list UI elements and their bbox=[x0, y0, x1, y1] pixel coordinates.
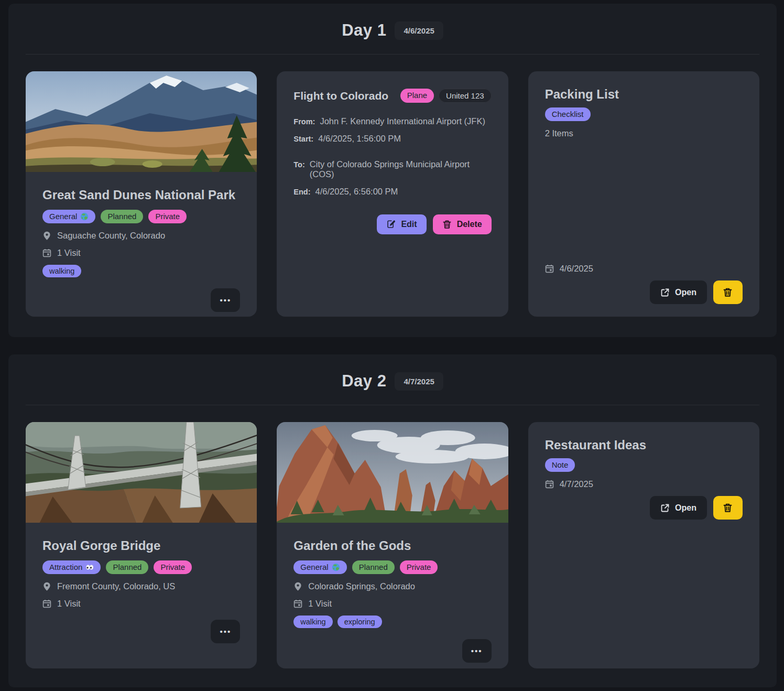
flight-number-badge: United 123 bbox=[439, 89, 492, 103]
visibility-badge: Private bbox=[400, 560, 438, 575]
ellipsis-menu-button[interactable]: ••• bbox=[462, 639, 492, 663]
external-link-icon bbox=[660, 503, 670, 513]
day-1-header: Day 1 4/6/2025 bbox=[26, 4, 759, 40]
open-note-button[interactable]: Open bbox=[650, 496, 707, 520]
day-1-section: Day 1 4/6/2025 bbox=[8, 4, 777, 337]
delete-note-button[interactable] bbox=[713, 496, 743, 520]
edit-icon bbox=[386, 220, 396, 229]
place-card-garden-of-the-gods: Garden of the Gods General Planned Priva… bbox=[277, 422, 508, 668]
checklist-card-packing-list: Packing List Checklist 2 Items 4/6/2025 … bbox=[528, 71, 759, 317]
place-photo-garden bbox=[277, 422, 508, 523]
open-checklist-button[interactable]: Open bbox=[650, 280, 707, 304]
ellipsis-menu-button[interactable]: ••• bbox=[211, 288, 240, 312]
place-title: Garden of the Gods bbox=[293, 538, 411, 553]
place-card-royal-gorge-bridge: Royal Gorge Bridge Attraction Planned Pr… bbox=[26, 422, 257, 668]
end-label: End: bbox=[293, 188, 310, 196]
globe-icon bbox=[80, 212, 89, 221]
ellipsis-menu-button[interactable]: ••• bbox=[211, 620, 240, 643]
day-2-cards-row: Royal Gorge Bridge Attraction Planned Pr… bbox=[26, 422, 759, 668]
transport-type-badge: Plane bbox=[400, 89, 434, 103]
eyes-icon bbox=[85, 563, 94, 571]
note-title: Restaurant Ideas bbox=[545, 438, 646, 452]
note-date: 4/7/2025 bbox=[560, 479, 593, 489]
place-photo-bridge bbox=[26, 422, 257, 523]
visit-count: 1 Visit bbox=[308, 599, 332, 609]
day-title: Day 2 bbox=[342, 372, 386, 391]
day-date-badge: 4/6/2025 bbox=[395, 21, 443, 40]
day-date-badge: 4/7/2025 bbox=[395, 372, 443, 391]
edit-button-label: Edit bbox=[401, 220, 417, 229]
category-badge: General bbox=[293, 560, 346, 575]
category-badge-label: General bbox=[300, 563, 328, 573]
trash-icon bbox=[723, 287, 733, 297]
start-value: 4/6/2025, 1:56:00 PM bbox=[318, 134, 401, 144]
note-card-restaurant-ideas: Restaurant Ideas Note 4/7/2025 Open bbox=[528, 422, 759, 668]
status-badge: Planned bbox=[106, 560, 148, 575]
checklist-title: Packing List bbox=[545, 87, 619, 102]
delete-button[interactable]: Delete bbox=[433, 214, 492, 234]
place-card-great-sand-dunes: Great Sand Dunes National Park General P… bbox=[26, 71, 257, 317]
day-2-header: Day 2 4/7/2025 bbox=[26, 354, 759, 391]
category-badge-label: General bbox=[49, 212, 77, 222]
from-label: From: bbox=[293, 117, 315, 126]
globe-icon bbox=[332, 563, 340, 571]
open-button-label: Open bbox=[675, 503, 696, 513]
visit-count: 1 Visit bbox=[57, 248, 81, 258]
external-link-icon bbox=[660, 288, 670, 297]
calendar-icon bbox=[42, 599, 51, 608]
end-value: 4/6/2025, 6:56:00 PM bbox=[315, 187, 398, 197]
day-2-section: Day 2 4/7/2025 bbox=[8, 354, 777, 687]
place-title: Great Sand Dunes National Park bbox=[42, 188, 235, 202]
edit-button[interactable]: Edit bbox=[377, 214, 426, 234]
activity-tag: walking bbox=[293, 616, 332, 628]
to-label: To: bbox=[293, 160, 304, 169]
from-value: John F. Kennedy International Airport (J… bbox=[320, 116, 485, 126]
open-button-label: Open bbox=[675, 288, 696, 297]
to-value: City of Colorado Springs Municipal Airpo… bbox=[310, 159, 492, 179]
place-location: Colorado Springs, Colorado bbox=[308, 581, 415, 591]
place-location: Fremont County, Colorado, US bbox=[57, 581, 175, 591]
header-divider bbox=[26, 405, 759, 405]
visibility-badge: Private bbox=[148, 210, 187, 224]
category-badge: Attraction bbox=[42, 560, 101, 575]
delete-checklist-button[interactable] bbox=[713, 280, 743, 304]
place-photo-dunes bbox=[26, 71, 257, 172]
visit-count: 1 Visit bbox=[57, 599, 81, 609]
place-title: Royal Gorge Bridge bbox=[42, 538, 160, 553]
start-label: Start: bbox=[293, 135, 313, 143]
visibility-badge: Private bbox=[154, 560, 192, 575]
status-badge: Planned bbox=[101, 210, 143, 224]
delete-button-label: Delete bbox=[457, 220, 482, 229]
calendar-icon bbox=[42, 249, 51, 257]
day-title: Day 1 bbox=[342, 21, 386, 40]
map-pin-icon bbox=[293, 582, 302, 591]
items-count: 2 Items bbox=[545, 128, 573, 138]
status-badge: Planned bbox=[352, 560, 395, 575]
map-pin-icon bbox=[42, 582, 51, 591]
category-badge-label: Attraction bbox=[49, 563, 82, 573]
flight-title: Flight to Colorado bbox=[293, 90, 388, 102]
checklist-date: 4/6/2025 bbox=[560, 264, 593, 274]
trash-icon bbox=[723, 503, 733, 513]
flight-card: Flight to Colorado Plane United 123 From… bbox=[277, 71, 508, 317]
place-location: Saguache County, Colorado bbox=[57, 231, 165, 241]
type-badge-note: Note bbox=[545, 458, 575, 472]
category-badge: General bbox=[42, 210, 95, 224]
type-badge-checklist: Checklist bbox=[545, 107, 591, 122]
map-pin-icon bbox=[42, 231, 51, 240]
day-1-cards-row: Great Sand Dunes National Park General P… bbox=[26, 71, 759, 317]
calendar-icon bbox=[545, 264, 554, 273]
activity-tag: exploring bbox=[337, 616, 382, 628]
activity-tag: walking bbox=[42, 265, 81, 277]
calendar-icon bbox=[293, 599, 302, 608]
header-divider bbox=[26, 54, 759, 55]
trash-icon bbox=[442, 220, 452, 229]
calendar-icon bbox=[545, 480, 554, 489]
